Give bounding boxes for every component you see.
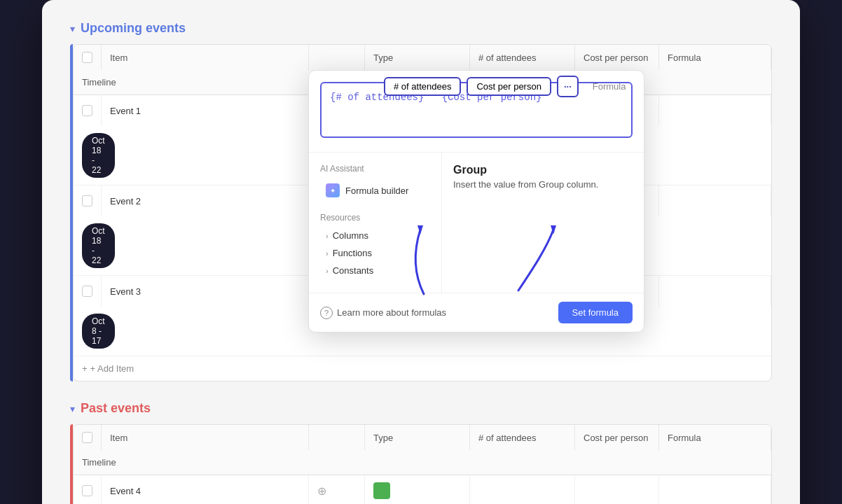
col-formula: Formula (659, 425, 771, 450)
formula-left-panel: AI Assistant ✦ Formula builder Resources… (309, 153, 442, 293)
chevron-functions-icon: › (326, 249, 329, 258)
more-chip[interactable]: ··· (557, 76, 579, 97)
cell-checkbox (74, 186, 102, 216)
col-item: Item (102, 425, 309, 450)
row4-checkbox[interactable] (82, 485, 92, 496)
group-title: Group (453, 164, 633, 176)
cell-add[interactable]: ⊕ (309, 475, 365, 504)
formula-body: AI Assistant ✦ Formula builder Resources… (309, 153, 644, 293)
row2-checkbox[interactable] (82, 195, 92, 206)
cell-formula (659, 95, 771, 126)
formula-footer: ? Learn more about formulas Set formula (309, 293, 644, 332)
learn-more-link[interactable]: ? Learn more about formulas (320, 307, 446, 319)
cell-checkbox (74, 475, 102, 504)
help-icon: ? (320, 307, 333, 319)
group-description: Insert the value from Group column. (453, 179, 633, 190)
cell-timeline: Oct 8 - 17 (74, 307, 102, 356)
table-row: Event 4 ⊕ Oct 18 (74, 475, 771, 504)
cell-attendees (470, 475, 575, 504)
col-attendees: # of attendees (470, 45, 575, 70)
col-type: Type (365, 45, 470, 70)
past-table-header: Item Type # of attendees Cost per person… (74, 425, 771, 475)
past-chevron[interactable]: ▾ (70, 403, 75, 414)
cell-cost (575, 475, 659, 504)
cell-name: Event 2 (102, 186, 309, 216)
cell-name: Event 4 (102, 475, 309, 504)
cell-name: Event 1 (102, 95, 309, 126)
col-type: Type (365, 425, 470, 450)
formula-label: Formula (584, 78, 635, 94)
col-cost: Cost per person (575, 45, 659, 70)
cell-timeline: Oct 18 - 22 (74, 126, 102, 185)
resource-functions[interactable]: › Functions (320, 244, 430, 262)
col-item: Item (102, 45, 309, 70)
col-add (309, 425, 365, 450)
upcoming-chevron[interactable]: ▾ (70, 23, 75, 34)
cell-timeline: Oct 18 - 22 (74, 216, 102, 275)
learn-more-label: Learn more about formulas (337, 307, 446, 318)
col-timeline: Timeline (74, 70, 102, 94)
set-formula-button[interactable]: Set formula (558, 302, 633, 323)
formula-builder-label: Formula builder (345, 186, 408, 196)
cell-type (365, 475, 470, 504)
past-header-checkbox[interactable] (82, 432, 92, 443)
cost-chip[interactable]: Cost per person (467, 77, 551, 96)
cell-formula (659, 475, 771, 504)
col-checkbox (74, 45, 102, 70)
cell-checkbox (74, 95, 102, 126)
cell-checkbox (74, 276, 102, 307)
col-formula: AI Assistant Formula (659, 45, 771, 70)
upcoming-add-item[interactable]: ++ Add Item (74, 356, 771, 381)
formula-popup: {# of attendees} * {Cost per person} AI … (308, 70, 644, 332)
past-section-title: Past events (81, 401, 151, 416)
col-checkbox (74, 425, 102, 450)
past-table: Item Type # of attendees Cost per person… (70, 424, 772, 504)
row1-checkbox[interactable] (82, 105, 92, 116)
cell-name: Event 3 (102, 276, 309, 307)
resource-constants[interactable]: › Constants (320, 262, 430, 279)
chevron-constants-icon: › (326, 267, 329, 275)
resources-label: Resources (320, 213, 430, 223)
formula-builder-button[interactable]: ✦ Formula builder (320, 179, 430, 202)
col-timeline: Timeline (74, 450, 102, 475)
row3-checkbox[interactable] (82, 286, 92, 297)
cell-formula (659, 276, 771, 307)
cell-formula (659, 186, 771, 216)
header-checkbox[interactable] (82, 52, 92, 63)
col-add (309, 45, 365, 70)
attendees-chip[interactable]: # of attendees (384, 77, 461, 96)
resource-columns[interactable]: › Columns (320, 227, 430, 244)
ai-section-label: AI Assistant (320, 164, 430, 174)
chevron-columns-icon: › (326, 232, 329, 240)
upcoming-section-title: Upcoming events (81, 21, 186, 36)
formula-builder-icon: ✦ (326, 183, 340, 197)
formula-right-panel: Group Insert the value from Group column… (442, 153, 644, 293)
col-cost: Cost per person (575, 425, 659, 450)
col-attendees: # of attendees (470, 425, 575, 450)
